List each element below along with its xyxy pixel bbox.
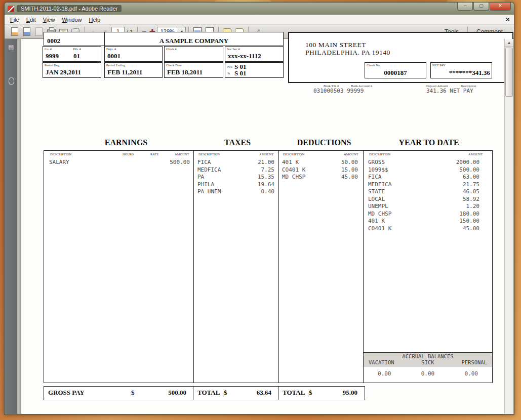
menu-window[interactable]: Window <box>58 16 85 24</box>
amount-cell: 500.00 <box>170 159 190 166</box>
taxes-title: TAXES <box>224 138 251 147</box>
amount-cell: 19.64 <box>258 181 274 189</box>
period-begin-date: JAN 29,2011 <box>46 68 81 76</box>
adobe-reader-window: SMITH.2011-02-18.pdf - Adobe Reader ‒ ▢ … <box>4 2 514 415</box>
amount-cell: 7.25 <box>261 166 275 174</box>
close-button[interactable]: ✕ <box>490 3 511 11</box>
column-divider <box>193 151 194 383</box>
amount-cell: 150.00 <box>459 218 479 225</box>
amount-cell: 180.00 <box>459 211 479 218</box>
save-icon[interactable] <box>21 27 32 36</box>
div-number: 01 <box>73 52 80 60</box>
gross-pay-value: 500.00 <box>168 389 186 397</box>
attachments-icon[interactable] <box>7 77 15 86</box>
table-row: SALARY500.00 <box>49 159 190 166</box>
amount-cell: 0.40 <box>261 188 275 196</box>
dept-number: 0001 <box>107 52 121 60</box>
amount-cell: 45.00 <box>341 174 358 181</box>
menu-file[interactable]: File <box>7 16 23 24</box>
check-region-box: 100 MAIN STREET PHILADELPHIA. PA 19140 C… <box>288 32 513 83</box>
description-cell: 401 K <box>368 218 385 225</box>
menubar-close-icon[interactable]: ✕ <box>506 17 510 22</box>
scroll-up-arrow-icon[interactable]: ▲ <box>505 39 513 47</box>
earnings-rows: SALARY500.00 <box>49 159 190 166</box>
deductions-amount-header: AMOUNT <box>344 152 358 156</box>
co-div-box: Co. # Div. # 9999 01 <box>43 46 101 62</box>
window-title: SMITH.2011-02-18.pdf - Adobe Reader <box>17 5 122 12</box>
amount-cell: 21.00 <box>258 159 274 166</box>
pdf-page: 0002 A SAMPLE COMPANY 100 MAIN STREET PH… <box>21 39 504 414</box>
amount-cell: 2000.00 <box>456 159 479 166</box>
amount-cell: 500.00 <box>459 166 479 174</box>
year-to-date-title: YEAR TO DATE <box>398 138 459 147</box>
vertical-scrollbar[interactable]: ▲ <box>504 39 513 414</box>
description-cell: FICA <box>197 159 211 166</box>
page-thumbnails-icon[interactable]: ▤ <box>7 43 15 51</box>
description-label: Description <box>461 84 476 88</box>
description-cell: LOCAL <box>368 196 385 203</box>
table-row: UNEMPL1.20 <box>368 203 479 211</box>
table-row: CO401 K45.00 <box>368 225 479 233</box>
table-row: MEDFICA21.75 <box>368 181 479 189</box>
check-date-box: Check Date FEB 18,2011 <box>164 62 223 78</box>
ytd-rows: GROSS2000.001099$$500.00FICA63.00MEDFICA… <box>368 159 479 232</box>
deductions-total-value: 95.00 <box>343 389 357 397</box>
amount-cell: 63.00 <box>463 174 479 181</box>
description-cell: UNEMPL <box>368 203 388 211</box>
document-area: 0002 A SAMPLE COMPANY 100 MAIN STREET PH… <box>17 39 504 414</box>
deductions-total-currency: $ <box>309 389 312 397</box>
accrual-col-personal: PERSONAL <box>461 359 487 365</box>
table-row: MD CHSP180.00 <box>368 211 479 218</box>
amount-cell: 15.00 <box>341 166 358 174</box>
deductions-title: DEDUCTIONS <box>297 138 351 147</box>
bank-tr-label: Bank T/R # <box>324 84 339 88</box>
net-pay-amount: *******341.36 <box>449 69 490 77</box>
company-name: A SAMPLE COMPANY <box>159 37 228 45</box>
accrual-personal-value: 0.00 <box>465 370 478 377</box>
amount-cell: 15.35 <box>258 174 274 181</box>
ssn-value: xxx-xx-1112 <box>228 52 261 60</box>
menu-help[interactable]: Help <box>86 16 104 24</box>
ssn-label: Soc Sec # <box>227 47 240 51</box>
amount-cell: 50.00 <box>341 159 358 166</box>
scrollbar-thumb[interactable] <box>505 48 513 97</box>
period-begin-box: Period Beg. JAN 29,2011 <box>43 62 101 78</box>
co-number: 9999 <box>46 52 59 60</box>
accrual-col-sick: SICK <box>421 359 434 365</box>
table-row: FICA63.00 <box>368 174 479 181</box>
description-cell: FICA <box>368 174 382 181</box>
check-number: 0000187 <box>365 69 426 77</box>
table-row: GROSS2000.00 <box>368 159 479 166</box>
open-icon[interactable] <box>9 27 20 36</box>
titlebar[interactable]: SMITH.2011-02-18.pdf - Adobe Reader ‒ ▢ … <box>5 3 514 15</box>
menu-view[interactable]: View <box>39 16 59 24</box>
st-status-label: St <box>227 71 230 75</box>
table-row: PHILA19.64 <box>197 181 274 189</box>
document-viewer: ▤ 0002 A SAMPLE COMPANY 100 MAIN STREET … <box>5 39 513 414</box>
deductions-rows: 401 K50.00CO401 K15.00MD CHSP45.00 <box>282 159 358 181</box>
description-cell: GROSS <box>368 159 385 166</box>
ssn-box: Soc Sec # xxx-xx-1112 <box>225 46 284 62</box>
company-address-line2: PHILADELPHIA. PA 19140 <box>305 49 390 57</box>
menu-edit[interactable]: Edit <box>23 16 39 24</box>
clock-number-label: Clock # <box>166 47 176 51</box>
table-row: FICA21.00 <box>197 159 274 166</box>
accrual-col-vacation: VACATION <box>369 359 394 365</box>
company-code: 0002 <box>47 37 60 45</box>
table-row: CO401 K15.00 <box>282 166 358 174</box>
taxes-total-value: 63.64 <box>257 389 271 397</box>
gross-pay-currency: $ <box>131 389 135 397</box>
maximize-button[interactable]: ▢ <box>473 3 489 11</box>
table-row: PA UNEM0.40 <box>197 188 274 196</box>
minimize-button[interactable]: ‒ <box>457 3 473 11</box>
accrual-title: ACCRUAL BALANCES <box>364 353 492 359</box>
period-ending-date: FEB 11,2011 <box>107 68 142 76</box>
deposit-amount-label: Deposit Amount <box>426 84 448 88</box>
period-ending-label: Period Ending <box>106 63 125 67</box>
taxes-total-currency: $ <box>224 389 227 397</box>
dept-box: Dept. # 0001 <box>104 46 163 62</box>
taxes-rows: FICA21.00MEDFICA7.25PA15.35PHILA19.64PA … <box>197 159 274 196</box>
column-divider <box>278 151 279 383</box>
table-row: LOCAL58.92 <box>368 196 479 203</box>
tax-status-box: Fed S 01 St S 01 <box>225 62 284 78</box>
